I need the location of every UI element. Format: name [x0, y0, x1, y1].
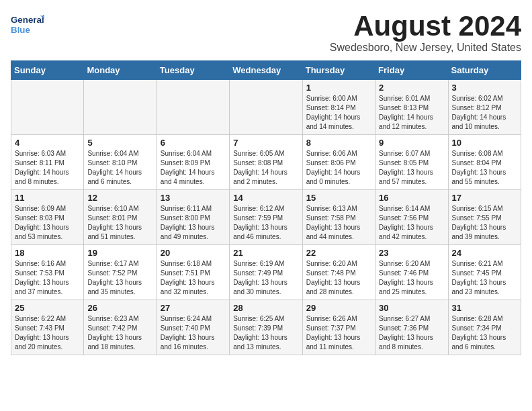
day-number: 10: [452, 138, 517, 148]
logo-svg: General Blue: [11, 11, 44, 38]
day-cell: [230, 80, 302, 135]
day-cell: 16Sunrise: 6:14 AM Sunset: 7:56 PM Dayli…: [375, 190, 448, 245]
day-number: 8: [306, 138, 371, 148]
day-number: 5: [87, 138, 152, 148]
day-info: Sunrise: 6:01 AM Sunset: 8:13 PM Dayligh…: [379, 94, 444, 132]
day-cell: 18Sunrise: 6:16 AM Sunset: 7:53 PM Dayli…: [11, 245, 84, 300]
day-number: 3: [452, 83, 517, 93]
day-info: Sunrise: 6:04 AM Sunset: 8:09 PM Dayligh…: [161, 149, 226, 187]
day-number: 19: [87, 248, 152, 258]
day-cell: 22Sunrise: 6:20 AM Sunset: 7:48 PM Dayli…: [302, 245, 375, 300]
day-number: 13: [161, 193, 226, 203]
day-info: Sunrise: 6:22 AM Sunset: 7:43 PM Dayligh…: [15, 314, 80, 352]
day-info: Sunrise: 6:26 AM Sunset: 7:37 PM Dayligh…: [306, 314, 371, 352]
day-number: 25: [15, 303, 80, 313]
calendar-title: August 2024: [330, 11, 521, 42]
day-number: 15: [306, 193, 371, 203]
day-info: Sunrise: 6:23 AM Sunset: 7:42 PM Dayligh…: [87, 314, 152, 352]
day-info: Sunrise: 6:24 AM Sunset: 7:40 PM Dayligh…: [161, 314, 226, 352]
header-cell-sunday: Sunday: [11, 61, 84, 80]
day-cell: 5Sunrise: 6:04 AM Sunset: 8:10 PM Daylig…: [84, 135, 157, 190]
day-info: Sunrise: 6:08 AM Sunset: 8:04 PM Dayligh…: [452, 149, 517, 187]
day-info: Sunrise: 6:06 AM Sunset: 8:06 PM Dayligh…: [306, 149, 371, 187]
day-number: 30: [379, 303, 444, 313]
day-cell: 21Sunrise: 6:19 AM Sunset: 7:49 PM Dayli…: [230, 245, 302, 300]
header-cell-thursday: Thursday: [302, 61, 375, 80]
day-number: 6: [161, 138, 226, 148]
logo: General Blue: [11, 11, 44, 38]
week-row-3: 11Sunrise: 6:09 AM Sunset: 8:03 PM Dayli…: [11, 190, 521, 245]
day-cell: 29Sunrise: 6:26 AM Sunset: 7:37 PM Dayli…: [302, 300, 375, 355]
svg-text:Blue: Blue: [11, 25, 30, 35]
day-info: Sunrise: 6:09 AM Sunset: 8:03 PM Dayligh…: [15, 204, 80, 242]
day-number: 22: [306, 248, 371, 258]
title-section: August 2024 Swedesboro, New Jersey, Unit…: [330, 11, 521, 54]
header-cell-wednesday: Wednesday: [230, 61, 302, 80]
day-cell: 14Sunrise: 6:12 AM Sunset: 7:59 PM Dayli…: [230, 190, 302, 245]
day-cell: 19Sunrise: 6:17 AM Sunset: 7:52 PM Dayli…: [84, 245, 157, 300]
day-number: 23: [379, 248, 444, 258]
day-cell: 27Sunrise: 6:24 AM Sunset: 7:40 PM Dayli…: [157, 300, 229, 355]
day-info: Sunrise: 6:12 AM Sunset: 7:59 PM Dayligh…: [233, 204, 298, 242]
week-row-4: 18Sunrise: 6:16 AM Sunset: 7:53 PM Dayli…: [11, 245, 521, 300]
day-cell: 30Sunrise: 6:27 AM Sunset: 7:36 PM Dayli…: [375, 300, 448, 355]
day-cell: 13Sunrise: 6:11 AM Sunset: 8:00 PM Dayli…: [157, 190, 229, 245]
day-info: Sunrise: 6:11 AM Sunset: 8:00 PM Dayligh…: [161, 204, 226, 242]
day-info: Sunrise: 6:20 AM Sunset: 7:46 PM Dayligh…: [379, 259, 444, 297]
day-cell: [84, 80, 157, 135]
day-info: Sunrise: 6:21 AM Sunset: 7:45 PM Dayligh…: [452, 259, 517, 297]
header-cell-monday: Monday: [84, 61, 157, 80]
day-number: 16: [379, 193, 444, 203]
day-number: 11: [15, 193, 80, 203]
day-number: 9: [379, 138, 444, 148]
day-number: 12: [87, 193, 152, 203]
day-cell: 12Sunrise: 6:10 AM Sunset: 8:01 PM Dayli…: [84, 190, 157, 245]
day-info: Sunrise: 6:14 AM Sunset: 7:56 PM Dayligh…: [379, 204, 444, 242]
header: General Blue August 2024 Swedesboro, New…: [11, 11, 521, 54]
day-cell: 26Sunrise: 6:23 AM Sunset: 7:42 PM Dayli…: [84, 300, 157, 355]
day-cell: 10Sunrise: 6:08 AM Sunset: 8:04 PM Dayli…: [448, 135, 521, 190]
day-info: Sunrise: 6:05 AM Sunset: 8:08 PM Dayligh…: [233, 149, 298, 187]
day-number: 17: [452, 193, 517, 203]
day-cell: [11, 80, 84, 135]
day-number: 14: [233, 193, 298, 203]
day-cell: 24Sunrise: 6:21 AM Sunset: 7:45 PM Dayli…: [448, 245, 521, 300]
calendar-body: 1Sunrise: 6:00 AM Sunset: 8:14 PM Daylig…: [11, 80, 521, 355]
day-number: 7: [233, 138, 298, 148]
day-number: 26: [87, 303, 152, 313]
day-info: Sunrise: 6:10 AM Sunset: 8:01 PM Dayligh…: [87, 204, 152, 242]
day-cell: 23Sunrise: 6:20 AM Sunset: 7:46 PM Dayli…: [375, 245, 448, 300]
day-info: Sunrise: 6:16 AM Sunset: 7:53 PM Dayligh…: [15, 259, 80, 297]
day-cell: 17Sunrise: 6:15 AM Sunset: 7:55 PM Dayli…: [448, 190, 521, 245]
day-cell: 2Sunrise: 6:01 AM Sunset: 8:13 PM Daylig…: [375, 80, 448, 135]
day-info: Sunrise: 6:17 AM Sunset: 7:52 PM Dayligh…: [87, 259, 152, 297]
day-cell: 11Sunrise: 6:09 AM Sunset: 8:03 PM Dayli…: [11, 190, 84, 245]
calendar-header-row: SundayMondayTuesdayWednesdayThursdayFrid…: [11, 61, 521, 80]
day-number: 2: [379, 83, 444, 93]
day-cell: 7Sunrise: 6:05 AM Sunset: 8:08 PM Daylig…: [230, 135, 302, 190]
day-number: 31: [452, 303, 517, 313]
day-info: Sunrise: 6:18 AM Sunset: 7:51 PM Dayligh…: [161, 259, 226, 297]
day-cell: 15Sunrise: 6:13 AM Sunset: 7:58 PM Dayli…: [302, 190, 375, 245]
week-row-5: 25Sunrise: 6:22 AM Sunset: 7:43 PM Dayli…: [11, 300, 521, 355]
svg-text:General: General: [11, 15, 44, 25]
day-cell: 20Sunrise: 6:18 AM Sunset: 7:51 PM Dayli…: [157, 245, 229, 300]
day-cell: 9Sunrise: 6:07 AM Sunset: 8:05 PM Daylig…: [375, 135, 448, 190]
day-cell: 25Sunrise: 6:22 AM Sunset: 7:43 PM Dayli…: [11, 300, 84, 355]
day-cell: 31Sunrise: 6:28 AM Sunset: 7:34 PM Dayli…: [448, 300, 521, 355]
day-info: Sunrise: 6:00 AM Sunset: 8:14 PM Dayligh…: [306, 94, 371, 132]
day-number: 1: [306, 83, 371, 93]
day-number: 29: [306, 303, 371, 313]
day-number: 21: [233, 248, 298, 258]
header-cell-friday: Friday: [375, 61, 448, 80]
day-info: Sunrise: 6:03 AM Sunset: 8:11 PM Dayligh…: [15, 149, 80, 187]
day-cell: 8Sunrise: 6:06 AM Sunset: 8:06 PM Daylig…: [302, 135, 375, 190]
week-row-1: 1Sunrise: 6:00 AM Sunset: 8:14 PM Daylig…: [11, 80, 521, 135]
day-info: Sunrise: 6:19 AM Sunset: 7:49 PM Dayligh…: [233, 259, 298, 297]
day-info: Sunrise: 6:20 AM Sunset: 7:48 PM Dayligh…: [306, 259, 371, 297]
day-cell: 6Sunrise: 6:04 AM Sunset: 8:09 PM Daylig…: [157, 135, 229, 190]
day-info: Sunrise: 6:13 AM Sunset: 7:58 PM Dayligh…: [306, 204, 371, 242]
day-info: Sunrise: 6:02 AM Sunset: 8:12 PM Dayligh…: [452, 94, 517, 132]
day-cell: 1Sunrise: 6:00 AM Sunset: 8:14 PM Daylig…: [302, 80, 375, 135]
day-info: Sunrise: 6:27 AM Sunset: 7:36 PM Dayligh…: [379, 314, 444, 352]
